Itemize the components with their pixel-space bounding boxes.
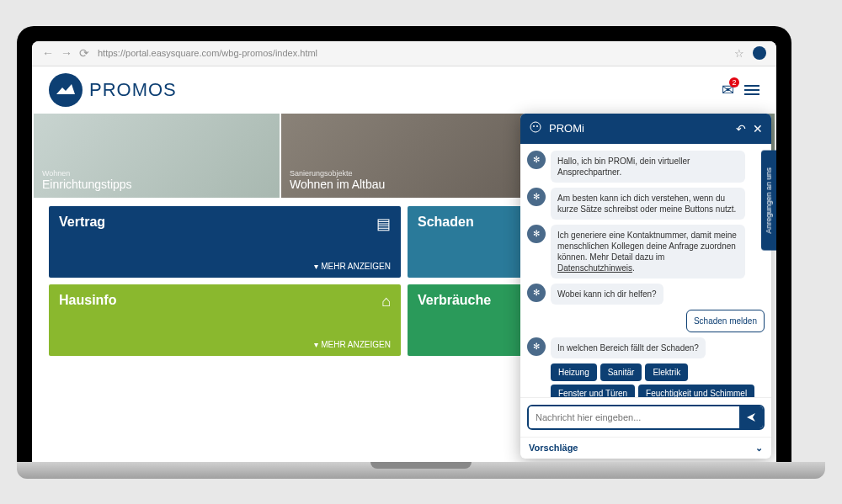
bot-message-text: . [632,263,635,273]
app-header: PROMOS ✉ 2 [32,66,776,114]
chip-elektrik[interactable]: Elektrik [645,363,688,381]
suggestions-toggle[interactable]: Vorschläge ⌄ [520,437,771,459]
chat-input-area [520,397,771,437]
feedback-tab[interactable]: Anregungen an uns [761,151,776,251]
bot-message: In welchen Bereich fällt der Schaden? [551,337,706,358]
chevron-down-icon: ⌄ [755,443,763,454]
tile-more-link[interactable]: MEHR ANZEIGEN [314,340,391,349]
bot-avatar-icon: ✻ [527,151,546,169]
hero-card-einrichtungstipps[interactable]: Wohnen Einrichtungstipps [34,114,280,198]
document-icon: ▤ [376,215,391,233]
bot-icon [529,120,542,137]
privacy-link[interactable]: Datenschutzhinweis [557,263,632,273]
bot-message-text: Ich generiere eine Kontaktnummer, damit … [557,231,737,262]
close-icon[interactable]: ✕ [753,122,763,135]
bot-avatar-icon: ✻ [527,225,546,243]
svg-point-0 [530,122,541,132]
browser-toolbar: ← → ⟳ https://portal.easysquare.com/wbg-… [32,41,776,66]
quick-reply-chips: Heizung Sanitär Elektrik Fenster und Tür… [527,363,765,397]
notification-badge: 2 [729,77,739,88]
tile-hausinfo[interactable]: Hausinfo ⌂ MEHR ANZEIGEN [49,284,401,356]
tile-title: Vertrag [59,215,391,230]
mail-icon[interactable]: ✉ 2 [722,81,734,99]
chat-panel: PROMi ↶ ✕ ✻ Hallo, ich bin PROMi, dein v… [520,114,771,459]
laptop-frame: ← → ⟳ https://portal.easysquare.com/wbg-… [17,26,791,462]
hero-title: Wohnen im Altbau [290,178,385,191]
chip-fenster[interactable]: Fenster und Türen [551,385,635,397]
chip-heizung[interactable]: Heizung [551,363,597,381]
brand-logo[interactable]: PROMOS [49,73,177,107]
send-icon [746,412,756,422]
tile-title: Hausinfo [59,293,391,308]
svg-point-2 [536,125,538,127]
nav-forward-icon[interactable]: → [61,46,72,60]
chip-feuchtigkeit[interactable]: Feuchtigkeit und Schimmel [638,385,754,397]
chat-messages: ✻ Hallo, ich bin PROMi, dein virtueller … [520,144,771,397]
laptop-base [17,462,825,479]
menu-icon[interactable] [744,85,759,95]
undo-icon[interactable]: ↶ [736,122,746,135]
tile-more-link[interactable]: MEHR ANZEIGEN [314,262,391,271]
bot-message: Ich generiere eine Kontaktnummer, damit … [551,225,745,279]
chat-title: PROMi [549,122,729,135]
house-icon: ⌂ [381,293,391,310]
send-button[interactable] [739,406,763,428]
logo-icon [49,73,83,107]
bot-avatar-icon: ✻ [527,337,546,356]
svg-point-1 [533,125,535,127]
hero-eyebrow: Wohnen [42,169,132,178]
profile-avatar[interactable] [753,46,766,60]
screen: ← → ⟳ https://portal.easysquare.com/wbg-… [32,41,776,462]
chip-sanitaer[interactable]: Sanitär [600,363,642,381]
bookmark-star-icon[interactable]: ☆ [734,47,744,60]
user-message: Schaden melden [686,310,765,332]
suggestions-label: Vorschläge [529,443,578,454]
bot-message: Hallo, ich bin PROMi, dein virtueller An… [551,151,745,183]
hero-eyebrow: Sanierungsobjekte [290,169,385,178]
chat-text-input[interactable] [529,406,739,428]
bot-avatar-icon: ✻ [527,284,546,302]
url-bar[interactable]: https://portal.easysquare.com/wbg-promos… [98,48,726,58]
hero-title: Einrichtungstipps [42,178,132,191]
tile-vertrag[interactable]: Vertrag ▤ MEHR ANZEIGEN [49,206,401,278]
hero-card-altbau[interactable]: Sanierungsobjekte Wohnen im Altbau [281,114,527,198]
nav-back-icon[interactable]: ← [42,46,54,60]
bot-avatar-icon: ✻ [527,188,546,206]
bot-message: Am besten kann ich dich verstehen, wenn … [551,188,745,220]
brand-name: PROMOS [89,79,177,101]
nav-reload-icon[interactable]: ⟳ [79,46,89,60]
page-content: PROMOS ✉ 2 Wohnen Einrichtungstipps Sani… [32,66,776,462]
bot-message: Wobei kann ich dir helfen? [551,284,663,305]
chat-header: PROMi ↶ ✕ [520,114,771,144]
